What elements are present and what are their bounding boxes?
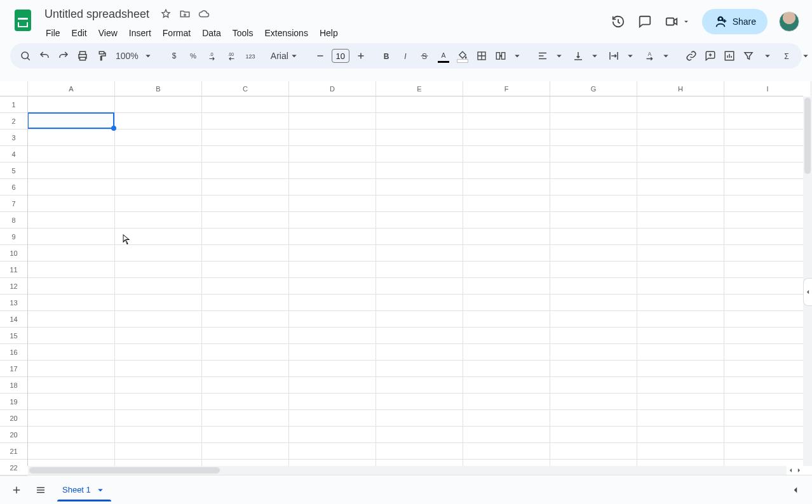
cell-D11[interactable]	[289, 262, 376, 278]
cell-A11[interactable]	[28, 262, 115, 278]
cell-D16[interactable]	[289, 344, 376, 361]
cell-A18[interactable]	[28, 377, 115, 394]
cell-E4[interactable]	[376, 146, 463, 162]
cell-H20[interactable]	[637, 410, 724, 427]
side-panel-toggle[interactable]	[803, 278, 812, 306]
search-menus-icon[interactable]	[17, 47, 34, 65]
cell-G5[interactable]	[550, 162, 637, 179]
row-header-14[interactable]: 14	[0, 311, 27, 328]
cell-A4[interactable]	[28, 146, 115, 162]
cell-I4[interactable]	[724, 146, 803, 162]
menu-data[interactable]: Data	[197, 25, 226, 41]
font-size-input[interactable]	[332, 49, 349, 63]
explore-toggle-icon[interactable]	[785, 480, 806, 500]
cell-G16[interactable]	[550, 344, 637, 361]
cell-E16[interactable]	[376, 344, 463, 361]
cell-G22[interactable]	[550, 460, 637, 466]
row-header-10[interactable]: 10	[0, 245, 27, 262]
cell-C22[interactable]	[202, 460, 289, 466]
cell-I20[interactable]	[724, 410, 803, 427]
cell-D10[interactable]	[289, 245, 376, 262]
cell-A20[interactable]	[28, 427, 115, 443]
cell-C5[interactable]	[202, 162, 289, 179]
cell-I20[interactable]	[724, 427, 803, 443]
cell-D19[interactable]	[289, 394, 376, 410]
row-header-4[interactable]: 4	[0, 146, 27, 162]
comments-icon[interactable]	[637, 14, 653, 29]
cell-H12[interactable]	[637, 278, 724, 295]
cell-F1[interactable]	[463, 96, 550, 113]
cell-H9[interactable]	[637, 229, 724, 245]
cell-H16[interactable]	[637, 344, 724, 361]
cell-B2[interactable]	[115, 113, 202, 129]
cell-E2[interactable]	[376, 113, 463, 129]
cell-A1[interactable]	[28, 96, 115, 113]
column-header-C[interactable]: C	[202, 81, 289, 96]
cell-C13[interactable]	[202, 295, 289, 311]
currency-icon[interactable]: $	[165, 47, 183, 65]
insert-comment-icon[interactable]	[701, 47, 719, 65]
menu-tools[interactable]: Tools	[227, 25, 259, 41]
functions-icon[interactable]: Σ	[778, 47, 795, 65]
cell-C14[interactable]	[202, 311, 289, 328]
cell-A10[interactable]	[28, 245, 115, 262]
cell-D5[interactable]	[289, 162, 376, 179]
cell-F18[interactable]	[463, 377, 550, 394]
cell-E21[interactable]	[376, 443, 463, 460]
row-header-15[interactable]: 15	[0, 328, 27, 344]
cell-D3[interactable]	[289, 129, 376, 146]
column-header-B[interactable]: B	[115, 81, 202, 96]
cell-I8[interactable]	[724, 212, 803, 229]
merge-cells-icon[interactable]	[492, 47, 510, 65]
cell-E12[interactable]	[376, 278, 463, 295]
cell-H5[interactable]	[637, 162, 724, 179]
menu-extensions[interactable]: Extensions	[259, 25, 313, 41]
cell-B6[interactable]	[115, 179, 202, 196]
column-header-H[interactable]: H	[637, 81, 724, 96]
cell-H8[interactable]	[637, 212, 724, 229]
cell-H18[interactable]	[637, 377, 724, 394]
cell-I11[interactable]	[724, 262, 803, 278]
cell-B14[interactable]	[115, 311, 202, 328]
cell-E20[interactable]	[376, 427, 463, 443]
insert-chart-icon[interactable]	[721, 47, 738, 65]
cell-H17[interactable]	[637, 361, 724, 377]
cell-E20[interactable]	[376, 410, 463, 427]
cell-I3[interactable]	[724, 129, 803, 146]
cell-B10[interactable]	[115, 245, 202, 262]
cell-H20[interactable]	[637, 427, 724, 443]
row-header-17[interactable]: 17	[0, 361, 27, 377]
column-header-G[interactable]: G	[550, 81, 637, 96]
cell-H13[interactable]	[637, 295, 724, 311]
cell-F11[interactable]	[463, 262, 550, 278]
cell-I9[interactable]	[724, 229, 803, 245]
cell-B13[interactable]	[115, 295, 202, 311]
row-header-2[interactable]: 2	[0, 113, 27, 129]
text-color-icon[interactable]: A	[435, 47, 452, 65]
row-header-9[interactable]: 9	[0, 229, 27, 245]
insert-link-icon[interactable]	[682, 47, 700, 65]
cell-G8[interactable]	[550, 212, 637, 229]
cell-F16[interactable]	[463, 344, 550, 361]
cell-H19[interactable]	[637, 394, 724, 410]
cell-C3[interactable]	[202, 129, 289, 146]
cloud-status-icon[interactable]	[198, 8, 210, 20]
cell-I21[interactable]	[724, 443, 803, 460]
cell-B5[interactable]	[115, 162, 202, 179]
cell-F3[interactable]	[463, 129, 550, 146]
cell-C19[interactable]	[202, 394, 289, 410]
cell-I13[interactable]	[724, 295, 803, 311]
move-icon[interactable]	[179, 8, 191, 20]
filter-icon[interactable]	[740, 47, 757, 65]
cell-I15[interactable]	[724, 328, 803, 344]
cell-I12[interactable]	[724, 278, 803, 295]
cell-G2[interactable]	[550, 113, 637, 129]
cell-H10[interactable]	[637, 245, 724, 262]
cell-G20[interactable]	[550, 427, 637, 443]
cell-A7[interactable]	[28, 196, 115, 212]
increase-font-icon[interactable]	[352, 47, 370, 65]
row-header-1[interactable]: 1	[0, 96, 27, 113]
italic-icon[interactable]: I	[396, 47, 414, 65]
cell-B20[interactable]	[115, 410, 202, 427]
cell-F12[interactable]	[463, 278, 550, 295]
